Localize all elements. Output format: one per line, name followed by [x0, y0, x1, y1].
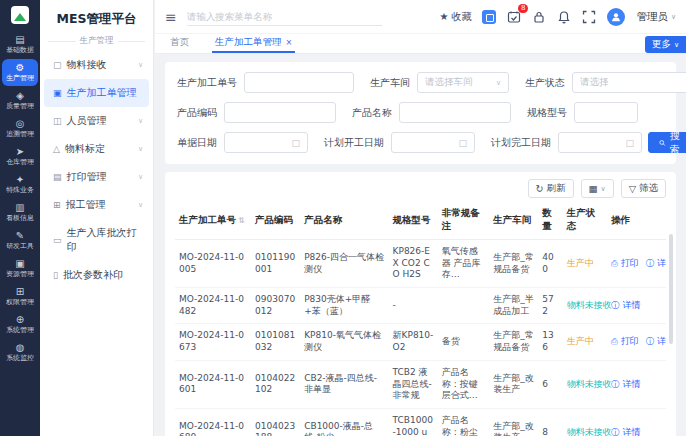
funnel-icon: ▽ — [629, 183, 636, 194]
rail-item-资源管理[interactable]: ▣资源管理 — [2, 255, 38, 282]
column-header-规格型号[interactable]: 规格型号 — [389, 203, 438, 240]
filter-button[interactable]: ▽ 筛选 — [621, 179, 666, 198]
more-button[interactable]: 更多 ∨ — [645, 36, 686, 53]
workshop-select[interactable]: 请选择车间 ∨ — [417, 72, 509, 93]
column-header-生产加工单号[interactable]: 生产加工单号⇅ — [175, 203, 251, 240]
user-menu[interactable]: 管理员 ∨ — [636, 10, 676, 24]
sidebar-item-label: 物料标定 — [65, 142, 105, 156]
order-no-cell: MO-2024-11-0673 — [175, 324, 251, 360]
table-body: MO-2024-11-00050101190001P826-四合一气体检测仪KP… — [175, 240, 666, 436]
打印-action-link[interactable]: ⎙ 打印 — [611, 258, 639, 268]
打印-action-link[interactable]: ⎙ 打印 — [611, 336, 639, 346]
tools-icon: ✎ — [2, 230, 38, 241]
action-label: 详情 — [622, 379, 640, 389]
qty-cell: 400 — [538, 240, 563, 288]
product-code-input[interactable] — [224, 102, 336, 123]
tab-首页[interactable]: 首页 — [167, 34, 192, 53]
fullscreen-icon[interactable] — [582, 10, 596, 24]
user-avatar[interactable] — [607, 8, 625, 26]
rail-item-研发工具[interactable]: ✎研发工具 — [2, 227, 38, 254]
status-badge: 物料未接收 — [567, 427, 612, 436]
plan-start-input[interactable]: □ — [391, 132, 475, 153]
column-header-非常规备注[interactable]: 非常规备注 — [438, 203, 490, 240]
note-cell: 氧气传感器 产品库存… — [438, 240, 490, 288]
search-icon — [659, 138, 666, 148]
详情-action-link[interactable]: ⓘ 详情 — [646, 336, 666, 346]
spec-input[interactable] — [574, 102, 638, 123]
table-row: MO-2024-11-04820903070012P830壳体+甲醛+苯（蓝）-… — [175, 288, 666, 324]
sidebar-item-生产入库批次打印[interactable]: ▭生产入库批次打印 — [44, 219, 149, 261]
order-no-input[interactable] — [244, 72, 354, 93]
rail-item-看板信息[interactable]: ▥看板信息 — [2, 199, 38, 226]
sidebar-item-物料接收[interactable]: ▢物料接收∨ — [44, 51, 149, 79]
app-title: MES管理平台 — [40, 0, 153, 35]
tab-生产加工单管理[interactable]: 生产加工单管理× — [212, 34, 295, 53]
search-button[interactable]: 搜索 — [648, 132, 686, 153]
rail-item-仓库管理[interactable]: ➤仓库管理 — [2, 143, 38, 170]
workshop-cell: 生产部_半成品加工 — [489, 288, 538, 324]
close-icon[interactable]: × — [286, 38, 293, 47]
columns-button[interactable]: ▦ ∨ — [581, 179, 614, 198]
table-header-row: 生产加工单号⇅产品编码产品名称规格型号非常规备注生产车间数量生产状态操作 — [175, 203, 666, 240]
sidebar-item-生产加工单管理[interactable]: ▣生产加工单管理 — [44, 79, 149, 107]
spec-cell: - — [389, 288, 438, 324]
rail-item-质量管理[interactable]: ◈质量管理 — [2, 87, 38, 114]
app-logo[interactable] — [11, 6, 29, 24]
workshop-cell: 生产部_常规品备货 — [489, 324, 538, 360]
product-name-input[interactable] — [399, 102, 511, 123]
column-header-生产车间[interactable]: 生产车间 — [489, 203, 538, 240]
qty-cell: 6 — [538, 360, 563, 408]
hamburger-menu-icon[interactable]: ≡ — [165, 10, 177, 24]
status-cell: 生产中 — [563, 240, 607, 288]
column-header-生产状态[interactable]: 生产状态 — [563, 203, 607, 240]
report-icon: ⊞ — [53, 200, 61, 210]
sidebar-item-报工管理[interactable]: ⊞报工管理∨ — [44, 191, 149, 219]
column-header-操作[interactable]: 操作 — [607, 203, 666, 240]
menu-search-input[interactable] — [187, 8, 382, 25]
sidebar-item-批次参数补印[interactable]: ▯批次参数补印 — [44, 261, 149, 289]
table-row: MO-2024-11-06730101081032KP810-氧气气体检测仪新K… — [175, 324, 666, 360]
vertical-scrollbar[interactable] — [669, 234, 673, 344]
info-icon: ⓘ — [646, 258, 655, 268]
rail-item-系统管理[interactable]: ⊕系统管理 — [2, 311, 38, 338]
refresh-button[interactable]: ↻ 刷新 — [528, 179, 574, 198]
详情-action-link[interactable]: ⓘ 详情 — [611, 427, 640, 436]
theme-icon[interactable] — [482, 10, 496, 24]
rail-item-生产管理[interactable]: ⚙生产管理 — [2, 59, 38, 86]
columns-icon: ▦ — [589, 183, 598, 194]
sidebar-item-label: 生产加工单管理 — [67, 86, 137, 100]
lock-icon[interactable] — [532, 10, 546, 24]
sidebar-item-人员管理[interactable]: ◫人员管理∨ — [44, 107, 149, 135]
plan-end-input[interactable]: □ — [558, 132, 642, 153]
status-select[interactable]: 请选择 ∨ — [572, 72, 686, 93]
product-name-cell: CB1000-液晶-总线-粉尘 — [300, 408, 388, 436]
column-header-产品名称[interactable]: 产品名称 — [300, 203, 388, 240]
rail-item-系统监控[interactable]: ◍系统监控 — [2, 339, 38, 366]
rail-item-特殊业务[interactable]: ✦特殊业务 — [2, 171, 38, 198]
product-name-cell: P826-四合一气体检测仪 — [300, 240, 388, 288]
bell-icon[interactable] — [557, 10, 571, 24]
resource-icon: ▣ — [2, 258, 38, 269]
详情-action-link[interactable]: ⓘ 详情 — [611, 379, 640, 389]
rail-item-权限管理[interactable]: ⊞权限管理 — [2, 283, 38, 310]
product-code-cell: 0101081032 — [251, 324, 300, 360]
rail-item-label: 权限管理 — [3, 297, 36, 305]
详情-action-link[interactable]: ⓘ 详情 — [646, 258, 666, 268]
info-icon: ⓘ — [611, 379, 620, 389]
详情-action-link[interactable]: ⓘ 详情 — [611, 300, 640, 310]
notification-icon[interactable]: 8 — [507, 10, 521, 24]
rail-item-追溯管理[interactable]: ◎追溯管理 — [2, 115, 38, 142]
column-header-数量[interactable]: 数量 — [538, 203, 563, 240]
bill-date-input[interactable]: □ — [224, 132, 308, 153]
rail-item-基础数据[interactable]: ▤基础数据 — [2, 31, 38, 58]
favorite-button[interactable]: ★ 收藏 — [439, 10, 471, 24]
sidebar-item-物料标定[interactable]: △物料标定∨ — [44, 135, 149, 163]
column-header-产品编码[interactable]: 产品编码 — [251, 203, 300, 240]
note-cell: 备货 — [438, 324, 490, 360]
sort-icon[interactable]: ⇅ — [238, 216, 245, 225]
sidebar-item-label: 生产入库批次打印 — [67, 226, 143, 254]
sidebar-item-打印管理[interactable]: ▤打印管理∨ — [44, 163, 149, 191]
warehouse-icon: ➤ — [2, 146, 38, 157]
workshop-cell: 生产部_改装生产 — [489, 360, 538, 408]
sidebar-item-label: 批次参数补印 — [63, 268, 123, 282]
